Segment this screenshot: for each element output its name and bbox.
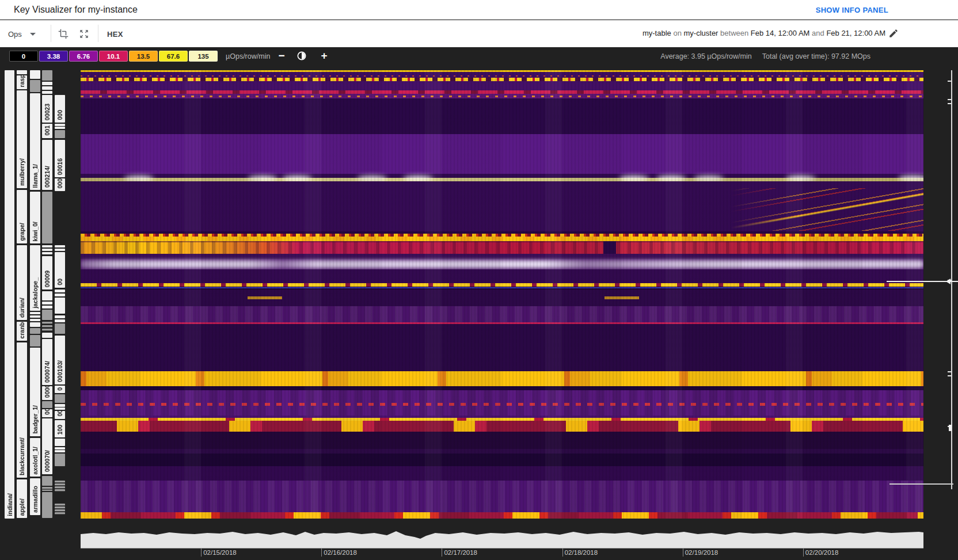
timeline-tick [803, 548, 804, 557]
keyspace-segment [42, 401, 52, 408]
keyspace-segment [55, 404, 65, 407]
keyspace-segment [55, 315, 65, 318]
heatmap-band [81, 81, 923, 90]
legend-bucket: 6.76 [69, 51, 98, 62]
edit-scope-button[interactable] [885, 26, 902, 42]
keyspace-label: 000 [56, 411, 64, 417]
heatmap-band [81, 390, 923, 416]
keyspace-label: 00009 [43, 271, 51, 287]
keyspace-segment[interactable]: 000214/ [42, 140, 52, 190]
timeline-date-label: 02/18/2018 [565, 549, 598, 556]
keyspace-segment[interactable]: 000 [55, 95, 65, 123]
keyspace-segment [55, 124, 65, 126]
keyspace-segment[interactable]: indiana/ [5, 70, 14, 519]
keyspace-segment[interactable]: 001 [42, 124, 52, 138]
average-value: Average: 3.95 µOps/row/min [660, 52, 751, 60]
heatmap-band [81, 371, 923, 386]
keyspace-segment[interactable]: armadillo [30, 478, 40, 515]
contrast-button[interactable] [295, 49, 309, 63]
keyspace-segment[interactable]: axolotl_1/ [30, 438, 40, 477]
keyspace-label: blackcurrant/ [18, 437, 26, 475]
keyspace-segment [55, 489, 65, 492]
keyspace-segment[interactable]: 00 [42, 409, 52, 417]
keyspace-segment [55, 450, 65, 452]
keyspace-label: 00023 [43, 104, 51, 120]
keyspace-segment[interactable]: 00007 [42, 386, 52, 400]
heatmap[interactable] [81, 70, 923, 519]
keyspace-segment [55, 506, 65, 509]
keyspace-segment [42, 91, 52, 94]
heatmap-band [81, 254, 923, 259]
keyspace-segment[interactable]: llama_1/ [30, 93, 40, 190]
keyspace-label: 000214/ [43, 166, 51, 188]
heatmap-band [81, 481, 923, 512]
keyspace-segment[interactable]: 000074/ [42, 339, 52, 385]
keyspace-segment [42, 492, 52, 518]
keyspace-segment[interactable]: blackcurrant/ [17, 342, 27, 478]
legend-bucket: 10.1 [99, 51, 128, 62]
keyspace-segment [30, 328, 40, 334]
keyspace-segment[interactable]: 000 [55, 411, 65, 419]
heatmap-glow-spot [619, 176, 649, 181]
heatmap-band [81, 134, 923, 174]
keyspace-segment[interactable]: badger_1/ [30, 348, 40, 436]
keyspace-segment [42, 487, 52, 491]
keyspace-segment [42, 192, 52, 243]
keyspace-label: axolotl_1/ [31, 447, 39, 474]
keyspace-segment[interactable]: kiwi_0/ [30, 192, 40, 243]
keyspace-segment[interactable]: apple/ [17, 479, 27, 518]
show-info-panel-link[interactable]: SHOW INFO PANEL [816, 6, 888, 14]
fullscreen-button[interactable] [76, 26, 92, 42]
hex-toggle-button[interactable]: HEX [107, 26, 123, 42]
keyspace-segment[interactable]: 000 [55, 178, 65, 191]
keyspace-segment[interactable]: raspberry/ [17, 75, 27, 89]
heatmap-band [81, 241, 923, 254]
keyspace-segment [55, 504, 65, 506]
timeline-tick [562, 548, 563, 557]
legend-unit-label: µOps/row/min [226, 52, 270, 60]
keyspace-label: 0 [56, 387, 64, 391]
keyspace-segment[interactable]: cranberry/ [17, 322, 27, 341]
keyspace-segment[interactable]: durian/ [17, 245, 27, 320]
timeline-date-label: 02/16/2018 [324, 549, 357, 556]
keyspace-label: jackalope_ [31, 277, 39, 308]
ruler-thumb[interactable] [949, 425, 952, 431]
keyspace-label: 000 [56, 178, 64, 189]
heatmap-glow-spot [694, 176, 724, 181]
keyspace-segment [55, 298, 65, 314]
keyspace-segment[interactable]: mulberry/ [17, 90, 27, 188]
time-scrubber[interactable] [81, 528, 923, 548]
header-bar: Key Visualizer for my-instance SHOW INFO… [0, 0, 958, 20]
keyspace-segment[interactable]: 00 [55, 252, 65, 288]
keyspace-segment[interactable]: grape/ [17, 190, 27, 243]
keyspace-segment [42, 291, 52, 300]
crop-button[interactable] [55, 26, 71, 42]
keyspace-label: 000103/ [56, 360, 64, 382]
heatmap-glow-spot [403, 176, 433, 181]
keyspace-segment[interactable]: 00016 [55, 140, 65, 177]
keyspace-label: mulberry/ [18, 158, 26, 186]
keyspace-segment[interactable]: 000103/ [55, 336, 65, 384]
zoom-in-button[interactable]: + [317, 48, 332, 63]
scope-on: on [671, 29, 684, 37]
legend-bucket: 135 [189, 51, 218, 62]
keyspace-label: badger_1/ [31, 405, 39, 434]
key-ruler-tick [948, 375, 951, 376]
scope-table: my-table [643, 29, 671, 37]
zoom-out-button[interactable]: − [274, 48, 289, 63]
chevron-down-icon [30, 33, 36, 36]
heatmap-band [81, 449, 923, 454]
scope-cluster: my-cluster [684, 29, 718, 37]
keyspace-segment[interactable]: 100 [55, 420, 65, 437]
keyspace-segment[interactable]: 000070/ [42, 418, 52, 474]
keyspace-segment[interactable]: 00023 [42, 95, 52, 123]
heatmap-glow-spot [898, 176, 923, 181]
metric-dropdown[interactable]: Ops [8, 27, 36, 41]
keyspace-segment[interactable]: 00009 [42, 256, 52, 289]
ruler-bottom-line [889, 483, 953, 485]
key-ruler-tick [948, 99, 951, 100]
keyspace-label: 00 [43, 409, 51, 415]
keyspace-label: indiana/ [6, 493, 14, 516]
keyspace-segment[interactable]: 0 [55, 386, 65, 393]
keyspace-segment[interactable]: jackalope_ [30, 245, 40, 311]
